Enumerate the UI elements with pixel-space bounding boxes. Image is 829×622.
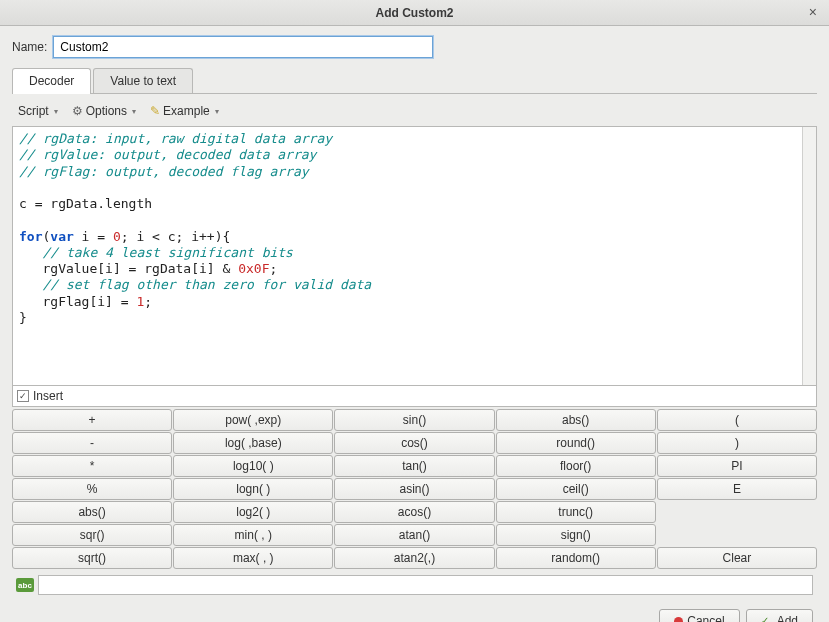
grid-btn-ceil[interactable]: ceil() <box>496 478 656 500</box>
scrollbar-vertical[interactable] <box>802 127 816 385</box>
tab-label: Decoder <box>29 74 74 88</box>
toolbar-script[interactable]: Script ▾ <box>14 102 62 120</box>
function-grid: +pow( ,exp)sin()abs()(-log( ,base)cos()r… <box>12 409 817 569</box>
grid-btn-sqrt[interactable]: sqrt() <box>12 547 172 569</box>
code-text: rgValue[i] = rgData[i] & <box>19 261 238 276</box>
grid-btn-abs[interactable]: abs() <box>496 409 656 431</box>
grid-btn-sqr[interactable]: sqr() <box>12 524 172 546</box>
abc-icon: abc <box>16 578 34 592</box>
code-content: // rgData: input, raw digital data array… <box>13 127 816 330</box>
chevron-down-icon: ▾ <box>132 107 136 116</box>
add-icon <box>761 617 773 623</box>
grid-btn-log10[interactable]: log10( ) <box>173 455 333 477</box>
grid-btn-max[interactable]: max( , ) <box>173 547 333 569</box>
code-line: c = rgData.length <box>19 196 152 211</box>
grid-btn-round[interactable]: round() <box>496 432 656 454</box>
keyword: var <box>50 229 73 244</box>
chevron-down-icon: ▾ <box>54 107 58 116</box>
toolbar-options[interactable]: ⚙ Options ▾ <box>68 102 140 120</box>
tab-value-to-text[interactable]: Value to text <box>93 68 193 93</box>
cancel-icon <box>674 617 683 623</box>
add-button[interactable]: Add <box>746 609 813 622</box>
name-row: Name: <box>12 36 817 58</box>
name-label: Name: <box>12 40 47 54</box>
button-label: Cancel <box>687 614 724 622</box>
grid-btn-tan[interactable]: tan() <box>334 455 494 477</box>
titlebar: Add Custom2 × <box>0 0 829 26</box>
grid-btn-powexp[interactable]: pow( ,exp) <box>173 409 333 431</box>
grid-btn-logbase[interactable]: log( ,base) <box>173 432 333 454</box>
grid-btn-pi[interactable]: PI <box>657 455 817 477</box>
grid-btn-[interactable]: ( <box>657 409 817 431</box>
toolbar-label: Example <box>163 104 210 118</box>
tab-label: Value to text <box>110 74 176 88</box>
pencil-icon: ✎ <box>150 104 160 118</box>
tab-strip: Decoder Value to text <box>12 68 817 94</box>
grid-btn-sin[interactable]: sin() <box>334 409 494 431</box>
name-input[interactable] <box>53 36 433 58</box>
window-title: Add Custom2 <box>376 6 454 20</box>
code-text: ; <box>269 261 277 276</box>
code-text: ; <box>144 294 152 309</box>
grid-btn-acos[interactable]: acos() <box>334 501 494 523</box>
number: 0 <box>113 229 121 244</box>
grid-btn-cos[interactable]: cos() <box>334 432 494 454</box>
toolbar-label: Options <box>86 104 127 118</box>
close-icon[interactable]: × <box>805 4 821 20</box>
expression-input[interactable] <box>38 575 813 595</box>
grid-btn-asin[interactable]: asin() <box>334 478 494 500</box>
gear-icon: ⚙ <box>72 104 83 118</box>
comment: // rgFlag: output, decoded flag array <box>19 164 309 179</box>
insert-row: ✓ Insert <box>12 386 817 407</box>
dialog-buttons: Cancel Add <box>12 605 817 622</box>
button-label: Add <box>777 614 798 622</box>
insert-checkbox[interactable]: ✓ <box>17 390 29 402</box>
code-text: rgFlag[i] = <box>19 294 136 309</box>
grid-btn-abs[interactable]: abs() <box>12 501 172 523</box>
insert-label: Insert <box>33 389 63 403</box>
grid-btn-sign[interactable]: sign() <box>496 524 656 546</box>
grid-btn-e[interactable]: E <box>657 478 817 500</box>
comment: // take 4 least significant bits <box>19 245 293 260</box>
comment: // set flag other than zero for valid da… <box>19 277 371 292</box>
expression-row: abc <box>12 573 817 597</box>
grid-btn-[interactable]: * <box>12 455 172 477</box>
toolbar: Script ▾ ⚙ Options ▾ ✎ Example ▾ <box>12 98 817 126</box>
keyword: for <box>19 229 42 244</box>
grid-btn-min[interactable]: min( , ) <box>173 524 333 546</box>
grid-btn-atan[interactable]: atan() <box>334 524 494 546</box>
grid-btn-[interactable]: % <box>12 478 172 500</box>
grid-btn-trunc[interactable]: trunc() <box>496 501 656 523</box>
grid-btn-floor[interactable]: floor() <box>496 455 656 477</box>
dialog-content: Name: Decoder Value to text Script ▾ ⚙ O… <box>0 26 829 622</box>
tab-decoder[interactable]: Decoder <box>12 68 91 93</box>
grid-btn-[interactable]: - <box>12 432 172 454</box>
grid-btn-clear[interactable]: Clear <box>657 547 817 569</box>
toolbar-example[interactable]: ✎ Example ▾ <box>146 102 223 120</box>
comment: // rgValue: output, decoded data array <box>19 147 316 162</box>
grid-btn-logn[interactable]: logn( ) <box>173 478 333 500</box>
cancel-button[interactable]: Cancel <box>659 609 739 622</box>
code-text: } <box>19 310 27 325</box>
code-editor[interactable]: // rgData: input, raw digital data array… <box>12 126 817 386</box>
grid-btn-[interactable]: ) <box>657 432 817 454</box>
code-text: ; i < c; i++){ <box>121 229 231 244</box>
chevron-down-icon: ▾ <box>215 107 219 116</box>
grid-btn-log2[interactable]: log2( ) <box>173 501 333 523</box>
comment: // rgData: input, raw digital data array <box>19 131 332 146</box>
grid-btn-[interactable]: + <box>12 409 172 431</box>
grid-btn-random[interactable]: random() <box>496 547 656 569</box>
toolbar-label: Script <box>18 104 49 118</box>
code-text: i = <box>74 229 113 244</box>
number: 0x0F <box>238 261 269 276</box>
grid-btn-atan2[interactable]: atan2(,) <box>334 547 494 569</box>
